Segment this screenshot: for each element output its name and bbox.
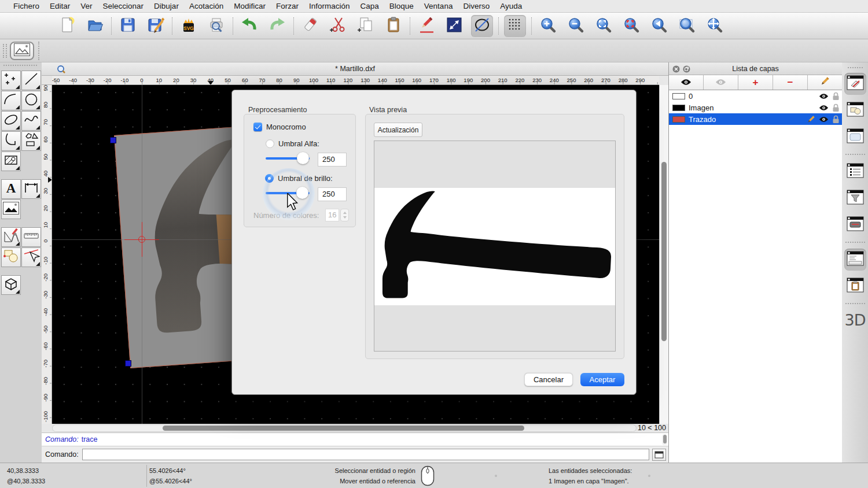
update-preview-button[interactable]: Actualización	[374, 123, 422, 137]
alpha-slider-thumb[interactable]	[297, 152, 309, 164]
eye-icon[interactable]	[819, 93, 829, 99]
arc-tool-button[interactable]	[1, 91, 21, 110]
menu-item-modificar[interactable]: Modificar	[229, 0, 271, 13]
lock-icon[interactable]	[832, 92, 840, 101]
menu-item-ventana[interactable]: Ventana	[419, 0, 458, 13]
circle-tool-button[interactable]	[21, 91, 41, 110]
zoom-out-button[interactable]	[565, 15, 587, 37]
copy-button[interactable]	[355, 15, 377, 37]
edit-pen-button[interactable]	[415, 15, 437, 37]
save-button[interactable]	[117, 15, 139, 37]
add-layer-button[interactable]: +	[738, 75, 773, 90]
select-tool-button[interactable]	[21, 247, 41, 267]
hide-all-layers-button[interactable]	[704, 75, 738, 90]
dim-tool-button[interactable]	[21, 179, 41, 199]
new-document-button[interactable]	[56, 15, 78, 37]
zoom-pan-button[interactable]	[704, 15, 726, 37]
lock-icon[interactable]	[832, 115, 840, 124]
grid-toggle-button[interactable]	[504, 15, 526, 37]
menu-item-bloque[interactable]: Bloque	[384, 0, 419, 13]
shapes-tool-button[interactable]	[21, 131, 41, 151]
dock-command-button[interactable]	[844, 249, 866, 271]
layer-row-0[interactable]: 0	[669, 90, 842, 102]
points-tool-button[interactable]	[1, 71, 21, 90]
menu-item-ver[interactable]: Ver	[75, 0, 97, 13]
block-tool-button[interactable]	[1, 247, 21, 267]
dimension-button[interactable]	[443, 15, 465, 37]
zoom-in-button[interactable]	[537, 15, 559, 37]
cut-button[interactable]	[327, 15, 349, 37]
menu-item-fichero[interactable]: Fichero	[8, 0, 45, 13]
delete-button[interactable]	[299, 15, 321, 37]
draft-tools-tool-button[interactable]	[1, 227, 21, 247]
dock-drag-handle[interactable]	[848, 67, 863, 68]
undo-button[interactable]	[238, 15, 260, 37]
edit-layer-button[interactable]	[808, 75, 842, 90]
menu-item-ayuda[interactable]: Ayuda	[495, 0, 527, 13]
save-as-button[interactable]	[145, 15, 167, 37]
accept-button[interactable]: Aceptar	[580, 373, 624, 386]
show-all-layers-button[interactable]	[669, 75, 704, 90]
spline-tool-button[interactable]	[21, 111, 41, 131]
cube-3d-tool-button[interactable]	[1, 275, 21, 295]
lock-icon[interactable]	[832, 103, 840, 112]
menu-item-capa[interactable]: Capa	[355, 0, 384, 13]
vertical-scrollbar[interactable]	[659, 85, 668, 424]
menu-item-dibujar[interactable]: Dibujar	[149, 0, 184, 13]
layer-row-imagen[interactable]: Imagen	[669, 102, 842, 113]
hatch-tool-button[interactable]	[1, 151, 21, 171]
menu-item-editar[interactable]: Editar	[45, 0, 75, 13]
insert-image-tool-button[interactable]	[1, 199, 21, 219]
selection-handle-top[interactable]	[110, 137, 116, 143]
text-tool-button[interactable]: A	[1, 179, 21, 199]
line-tool-button[interactable]	[21, 71, 41, 90]
zoom-auto-button[interactable]	[593, 15, 615, 37]
zoom-previous-button[interactable]	[648, 15, 670, 37]
print-preview-button[interactable]	[205, 15, 227, 37]
history-scrollbar[interactable]	[662, 434, 667, 445]
redo-button[interactable]	[266, 15, 288, 37]
menu-item-diverso[interactable]: Diverso	[458, 0, 495, 13]
menu-item-acotacion[interactable]: Acotación	[184, 0, 229, 13]
menu-item-forzar[interactable]: Forzar	[271, 0, 304, 13]
zoom-selection-button[interactable]	[620, 15, 642, 37]
measure-tool-button[interactable]	[21, 227, 41, 247]
monochrome-checkbox[interactable]	[253, 123, 262, 131]
horizontal-scrollbar-thumb[interactable]	[163, 426, 524, 431]
dock-entity-list-button[interactable]	[844, 161, 866, 183]
eye-icon[interactable]	[819, 116, 829, 123]
dock-blocks-button[interactable]	[844, 99, 866, 121]
command-input[interactable]	[82, 449, 649, 460]
vertical-scrollbar-thumb[interactable]	[661, 162, 667, 341]
zoom-window-button[interactable]	[676, 15, 698, 37]
alpha-value-input[interactable]: 250	[318, 153, 347, 167]
brightness-value-input[interactable]: 250	[318, 187, 347, 201]
draft-mode-button[interactable]	[471, 15, 493, 37]
palette-drag-handle[interactable]	[3, 65, 37, 66]
document-titlebar[interactable]: * Martillo.dxf	[42, 62, 668, 76]
layer-row-trazado[interactable]: Trazado	[669, 113, 842, 125]
horizontal-scrollbar[interactable]	[52, 424, 637, 432]
ellipse-tool-button[interactable]	[1, 111, 21, 131]
menu-item-seleccionar[interactable]: Seleccionar	[98, 0, 149, 13]
menu-item-informacion[interactable]: Información	[304, 0, 355, 13]
polyline-tool-button[interactable]	[1, 131, 21, 151]
paste-button[interactable]	[382, 15, 404, 37]
toolbar-drag-handle[interactable]	[3, 44, 7, 58]
detach-command-button[interactable]	[652, 449, 666, 461]
dock-clipboard-button[interactable]	[844, 275, 866, 297]
dock-3d-label[interactable]: 3D	[845, 311, 866, 329]
cancel-button[interactable]: Cancelar	[524, 373, 573, 386]
remove-layer-button[interactable]: −	[773, 75, 808, 90]
close-panel-icon[interactable]	[672, 65, 680, 75]
eye-icon[interactable]	[819, 105, 829, 111]
image-tool-button[interactable]	[10, 42, 34, 60]
selection-handle-bottom[interactable]	[125, 360, 131, 367]
dock-plot-button[interactable]	[844, 214, 866, 236]
detach-panel-icon[interactable]	[683, 65, 690, 75]
dock-library-button[interactable]	[844, 126, 866, 148]
open-file-button[interactable]	[84, 15, 106, 37]
alpha-threshold-radio[interactable]	[266, 139, 274, 148]
svg-export-button[interactable]: SVG	[178, 15, 200, 37]
dock-layers-button[interactable]	[844, 73, 866, 95]
